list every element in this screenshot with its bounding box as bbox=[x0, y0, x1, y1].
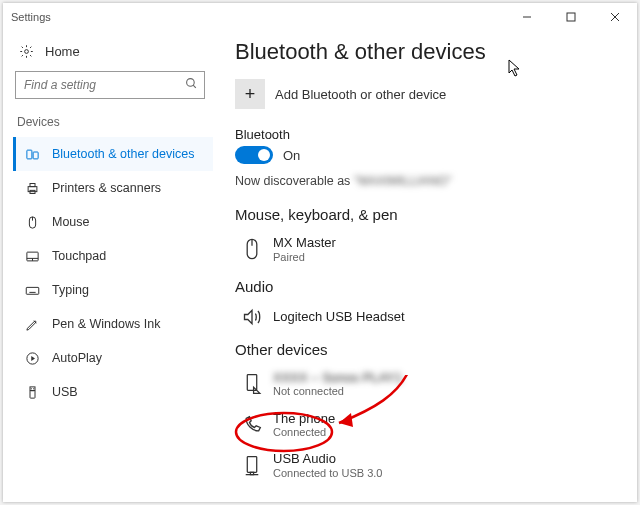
search-input[interactable] bbox=[22, 77, 185, 93]
device-status: Connected bbox=[273, 426, 335, 439]
svg-marker-31 bbox=[245, 310, 253, 323]
touchpad-icon bbox=[22, 249, 42, 264]
home-label: Home bbox=[45, 44, 80, 59]
bluetooth-state: On bbox=[283, 148, 300, 163]
device-status: Connected to USB 3.0 bbox=[273, 467, 382, 480]
svg-line-6 bbox=[193, 85, 196, 88]
keyboard-icon bbox=[22, 283, 42, 298]
svg-rect-32 bbox=[247, 375, 256, 391]
add-device-row[interactable]: + Add Bluetooth or other device bbox=[235, 79, 625, 109]
main-content: Bluetooth & other devices + Add Bluetoot… bbox=[213, 31, 637, 502]
svg-rect-26 bbox=[30, 390, 35, 398]
mouse-cursor bbox=[508, 59, 522, 77]
bluetooth-devices-icon bbox=[22, 147, 42, 162]
device-the-phone[interactable]: The phone Connected bbox=[235, 407, 625, 448]
bluetooth-label: Bluetooth bbox=[235, 127, 625, 142]
titlebar: Settings bbox=[3, 3, 637, 31]
sidebar-item-label: AutoPlay bbox=[52, 351, 102, 365]
svg-marker-24 bbox=[31, 356, 35, 361]
pen-icon bbox=[22, 317, 42, 332]
speaker-icon bbox=[239, 307, 265, 327]
section-audio: Audio bbox=[235, 278, 625, 295]
sidebar-item-label: Touchpad bbox=[52, 249, 106, 263]
device-name: USB Audio bbox=[273, 451, 382, 467]
sidebar-item-pen[interactable]: Pen & Windows Ink bbox=[13, 307, 213, 341]
window-title: Settings bbox=[11, 11, 51, 23]
discoverable-text: Now discoverable as "MAXIMILLIANO" bbox=[235, 174, 625, 188]
svg-rect-36 bbox=[250, 472, 253, 474]
device-generic-icon bbox=[239, 373, 265, 395]
sidebar-item-autoplay[interactable]: AutoPlay bbox=[13, 341, 213, 375]
sidebar-item-label: Mouse bbox=[52, 215, 90, 229]
plus-icon: + bbox=[235, 79, 265, 109]
sidebar-item-label: USB bbox=[52, 385, 78, 399]
search-icon bbox=[185, 76, 198, 94]
sidebar-item-label: Bluetooth & other devices bbox=[52, 147, 194, 161]
sidebar-item-typing[interactable]: Typing bbox=[13, 273, 213, 307]
svg-point-5 bbox=[187, 79, 195, 87]
sidebar-category: Devices bbox=[17, 115, 213, 129]
sidebar: Home Devices Bluetooth & other devices bbox=[3, 31, 213, 502]
svg-rect-7 bbox=[26, 150, 31, 159]
device-status: Paired bbox=[273, 251, 336, 264]
sidebar-item-label: Typing bbox=[52, 283, 89, 297]
svg-point-4 bbox=[24, 49, 28, 53]
device-name: The phone bbox=[273, 411, 335, 427]
device-mx-master[interactable]: MX Master Paired bbox=[235, 231, 625, 272]
device-usb-audio[interactable]: USB Audio Connected to USB 3.0 bbox=[235, 447, 625, 488]
device-name: Logitech USB Headset bbox=[273, 309, 405, 325]
usb-icon bbox=[22, 385, 42, 400]
phone-handset-icon bbox=[239, 415, 265, 435]
home-nav[interactable]: Home bbox=[17, 37, 213, 65]
svg-rect-17 bbox=[26, 287, 39, 294]
gear-icon bbox=[17, 44, 35, 59]
svg-rect-10 bbox=[30, 183, 35, 186]
printer-icon bbox=[22, 181, 42, 196]
add-device-label: Add Bluetooth or other device bbox=[275, 87, 446, 102]
svg-rect-9 bbox=[28, 186, 37, 191]
svg-rect-8 bbox=[33, 152, 38, 159]
usb-device-icon bbox=[239, 455, 265, 477]
sidebar-item-label: Pen & Windows Ink bbox=[52, 317, 160, 331]
device-logitech-headset[interactable]: Logitech USB Headset bbox=[235, 303, 625, 335]
section-mouse-keyboard: Mouse, keyboard, & pen bbox=[235, 206, 625, 223]
device-name: XXXX – Sonos PLAY1 bbox=[273, 370, 402, 386]
svg-rect-34 bbox=[247, 456, 256, 472]
sidebar-item-touchpad[interactable]: Touchpad bbox=[13, 239, 213, 273]
device-other-1[interactable]: XXXX – Sonos PLAY1 Not connected bbox=[235, 366, 625, 407]
close-button[interactable] bbox=[593, 3, 637, 31]
mouse-device-icon bbox=[239, 237, 265, 261]
maximize-button[interactable] bbox=[549, 3, 593, 31]
sidebar-item-label: Printers & scanners bbox=[52, 181, 161, 195]
search-box[interactable] bbox=[15, 71, 205, 99]
page-title: Bluetooth & other devices bbox=[235, 39, 625, 65]
minimize-button[interactable] bbox=[505, 3, 549, 31]
sidebar-item-usb[interactable]: USB bbox=[13, 375, 213, 409]
device-status: Not connected bbox=[273, 385, 402, 398]
device-name: MX Master bbox=[273, 235, 336, 251]
bluetooth-toggle[interactable] bbox=[235, 146, 273, 164]
section-other-devices: Other devices bbox=[235, 341, 625, 358]
mouse-icon bbox=[22, 215, 42, 230]
sidebar-item-bluetooth[interactable]: Bluetooth & other devices bbox=[13, 137, 213, 171]
autoplay-icon bbox=[22, 351, 42, 366]
svg-rect-1 bbox=[567, 13, 575, 21]
sidebar-item-printers[interactable]: Printers & scanners bbox=[13, 171, 213, 205]
sidebar-item-mouse[interactable]: Mouse bbox=[13, 205, 213, 239]
